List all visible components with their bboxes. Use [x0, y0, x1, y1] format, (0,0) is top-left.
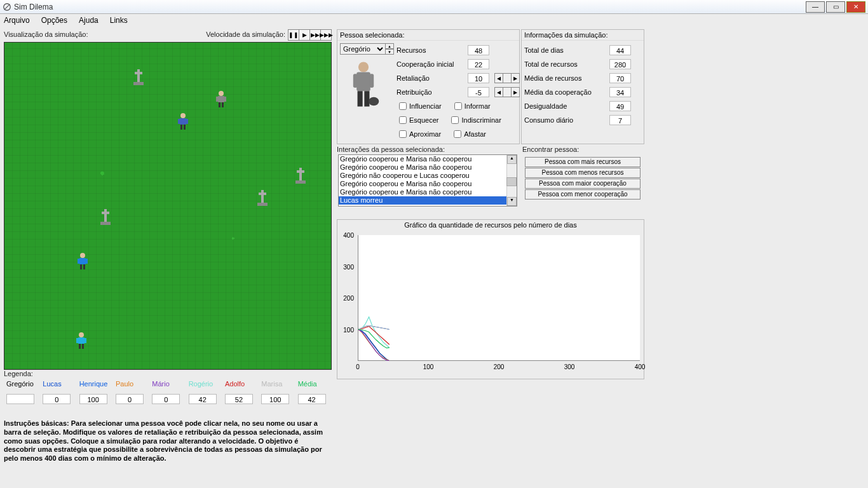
- scroll-down-button[interactable]: ▼: [507, 197, 517, 206]
- retrib-mid[interactable]: [503, 87, 512, 97]
- chart-xtick: 400: [635, 363, 646, 370]
- legend-name[interactable]: Henrique: [79, 380, 108, 388]
- simulation-canvas[interactable]: [4, 42, 332, 370]
- interaction-row[interactable]: Gregório cooperou e Marisa não cooperou: [339, 155, 517, 163]
- retal-mid[interactable]: [503, 73, 512, 83]
- legend-value: 42: [298, 394, 326, 404]
- find-most-coop-button[interactable]: Pessoa com maior cooperação: [525, 179, 641, 189]
- person-sprite[interactable]: [76, 252, 90, 270]
- svg-point-5: [219, 91, 224, 96]
- legend-value: 100: [261, 394, 289, 404]
- svg-rect-42: [358, 91, 363, 106]
- close-button[interactable]: ✕: [846, 1, 865, 13]
- legend-name[interactable]: Adolfo: [225, 380, 245, 388]
- interactions-scrollbar[interactable]: ▲ ▼: [506, 155, 517, 206]
- retribuicao-label: Retribuição: [397, 88, 465, 96]
- minimize-button[interactable]: —: [806, 1, 825, 13]
- interaction-row[interactable]: Lucas morreu: [339, 196, 517, 205]
- legend-name[interactable]: Mário: [152, 380, 170, 388]
- legend-name[interactable]: Lucas: [43, 380, 61, 388]
- legend-name[interactable]: Paulo: [116, 380, 133, 388]
- person-sprite[interactable]: [176, 112, 190, 130]
- legend-name[interactable]: Média: [298, 380, 317, 388]
- svg-point-32: [79, 332, 84, 337]
- find-least-coop-button[interactable]: Pessoa com menor cooperação: [525, 189, 641, 200]
- svg-rect-28: [78, 259, 80, 264]
- speed-buttons: ❚❚ ▶ ▶▶ ▶▶▶: [288, 29, 332, 41]
- speed-faster-button[interactable]: ▶▶▶: [320, 29, 332, 41]
- interaction-row[interactable]: Gregório cooperou e Marisa não cooperou: [339, 163, 517, 172]
- interaction-row[interactable]: Gregório cooperou e Marisa não cooperou: [339, 180, 517, 188]
- find-least-resources-button[interactable]: Pessoa com menos recursos: [525, 168, 641, 178]
- retaliacao-label: Retaliação: [397, 74, 465, 82]
- svg-rect-21: [261, 190, 264, 203]
- total-dias-value: 44: [609, 45, 631, 55]
- legend-value: [6, 394, 34, 404]
- person-select-down[interactable]: ▼: [385, 49, 394, 55]
- chk-influenciar[interactable]: Influenciar: [399, 102, 442, 110]
- total-recursos-value: 280: [609, 59, 631, 69]
- person-panel: Pessoa selecionada: Gregório ▲ ▼: [337, 29, 520, 144]
- title-bar: Sim Dilema — ▭ ✕: [0, 0, 868, 14]
- menu-bar: Arquivo Opções Ajuda Links: [0, 14, 868, 27]
- interaction-row[interactable]: Gregório não cooperou e Lucas cooperou: [339, 172, 517, 180]
- svg-rect-3: [137, 69, 140, 82]
- person-sprite[interactable]: [74, 332, 88, 349]
- legend-name[interactable]: Gregório: [6, 380, 34, 388]
- retal-inc[interactable]: ▶: [511, 73, 520, 83]
- scroll-thumb[interactable]: [506, 177, 517, 186]
- coop-inicial-label: Cooperação inicial: [397, 60, 465, 68]
- speed-play-button[interactable]: ▶: [299, 29, 310, 41]
- grave-sprite: [98, 208, 112, 226]
- speed-pause-button[interactable]: ❚❚: [288, 29, 299, 41]
- svg-point-44: [369, 97, 379, 106]
- svg-rect-2: [133, 82, 144, 85]
- retrib-inc[interactable]: ▶: [511, 87, 520, 97]
- svg-rect-31: [83, 264, 85, 269]
- legend-name[interactable]: Rogério: [189, 380, 214, 388]
- chk-aproximar[interactable]: Aproximar: [399, 130, 441, 138]
- retal-dec[interactable]: ◀: [494, 73, 503, 83]
- grave-sprite: [132, 68, 146, 86]
- chk-informar[interactable]: Informar: [454, 102, 491, 110]
- menu-links[interactable]: Links: [110, 16, 128, 25]
- chart-plot: [358, 235, 640, 361]
- chk-afastar[interactable]: Afastar: [454, 130, 486, 138]
- svg-point-26: [80, 253, 85, 258]
- interaction-row[interactable]: Gregório cooperou e Marisa não cooperou: [339, 188, 517, 196]
- recursos-label: Recursos: [397, 46, 465, 54]
- person-sprite[interactable]: [214, 90, 228, 108]
- find-most-resources-button[interactable]: Pessoa com mais recursos: [525, 157, 641, 167]
- chart-xtick: 0: [356, 363, 360, 370]
- svg-rect-25: [102, 212, 109, 214]
- svg-rect-10: [222, 102, 224, 107]
- chk-esquecer[interactable]: Esquecer: [399, 116, 438, 124]
- svg-line-1: [4, 4, 10, 10]
- chart-ytick: 300: [343, 263, 354, 270]
- chart-x-axis: 0100200300400: [358, 363, 640, 374]
- svg-rect-23: [100, 222, 111, 225]
- chart-xtick: 300: [564, 363, 575, 370]
- svg-rect-27: [79, 258, 86, 264]
- retaliacao-value: 10: [468, 73, 489, 83]
- menu-ajuda[interactable]: Ajuda: [79, 16, 98, 25]
- person-select-up[interactable]: ▲: [385, 43, 394, 49]
- person-select[interactable]: Gregório: [340, 43, 386, 55]
- svg-rect-36: [79, 344, 81, 349]
- chk-indiscriminar[interactable]: Indiscriminar: [451, 116, 501, 124]
- svg-rect-37: [82, 344, 84, 349]
- legend-value: 100: [79, 394, 107, 404]
- svg-rect-15: [180, 125, 182, 130]
- maximize-button[interactable]: ▭: [826, 1, 845, 13]
- scroll-up-button[interactable]: ▲: [507, 155, 517, 164]
- svg-rect-7: [216, 97, 219, 102]
- svg-rect-19: [297, 170, 304, 173]
- menu-opcoes[interactable]: Opções: [41, 16, 67, 25]
- legend-name[interactable]: Marisa: [261, 380, 282, 388]
- svg-rect-33: [78, 337, 85, 344]
- legend-value: 0: [116, 394, 144, 404]
- menu-arquivo[interactable]: Arquivo: [4, 16, 30, 25]
- interactions-list[interactable]: Gregório cooperou e Marisa não cooperouG…: [338, 154, 517, 207]
- retrib-dec[interactable]: ◀: [494, 87, 503, 97]
- svg-rect-12: [180, 118, 186, 125]
